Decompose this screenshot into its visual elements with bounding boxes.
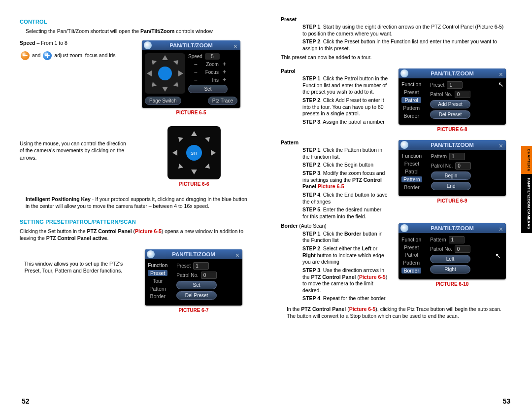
col-function: Function [148, 262, 167, 268]
list-item[interactable]: Border [401, 113, 421, 119]
focus-plus[interactable]: + [221, 68, 228, 75]
text-bold: PTZ Control Panel active [46, 235, 107, 241]
end-button[interactable]: End [431, 182, 471, 190]
step-label: STEP 1 [302, 231, 320, 237]
zoom-plus[interactable]: + [221, 61, 228, 68]
ptz-title: PAN/TILT/ZOOM [169, 42, 213, 48]
ptz-titlebar: PAN/TILT/ZOOM × [399, 140, 506, 150]
ptz-trace-button[interactable]: Ptz Trace [208, 97, 237, 105]
text: adjust zoom, focus and iris [54, 52, 115, 58]
function-list: Function Preset Patrol Pattern Border [401, 81, 425, 119]
step-label: STEP 3 [302, 267, 320, 273]
chapter-number: CHAPTER 6 [521, 146, 532, 174]
left-button[interactable]: Left [430, 255, 470, 263]
set-button[interactable]: Set [176, 281, 216, 289]
ptz-logo-icon [400, 141, 408, 149]
text: . Select either the [320, 245, 362, 251]
col-function: Function [401, 81, 421, 87]
figure-6-8: PAN/TILT/ZOOM × Function Preset Patrol P… [397, 68, 507, 136]
patrol-input[interactable]: 0 [455, 162, 471, 170]
zoom-minus[interactable]: – [188, 61, 203, 68]
step: STEP 1. Start by using the eight directi… [302, 24, 507, 37]
list-item[interactable]: Preset [401, 161, 422, 167]
list-item[interactable]: Border [401, 268, 421, 274]
label-pattern: Pattern [430, 237, 446, 242]
list-item[interactable]: Preset [401, 244, 421, 250]
svg-marker-7 [152, 82, 157, 87]
step: STEP 3. Modify the zoom focus and iris s… [302, 170, 388, 190]
list-item[interactable]: Pattern [148, 286, 167, 292]
list-item[interactable]: Preset [401, 89, 421, 95]
close-icon[interactable]: × [499, 225, 503, 233]
close-icon[interactable]: × [499, 70, 503, 78]
plus-icon [43, 51, 52, 60]
del-preset-button[interactable]: Del Preset [430, 110, 470, 119]
close-icon[interactable]: × [233, 42, 237, 50]
svg-marker-17 [178, 164, 183, 169]
ptz-title: PAN/TILT/ZOOM [431, 142, 474, 148]
list-item[interactable]: Border [148, 293, 167, 299]
label-patrol: Patrol No. [430, 92, 452, 97]
close-icon[interactable]: × [235, 251, 239, 259]
list-item[interactable]: Patrol [401, 252, 421, 258]
text-bold: PTZ Control Panel [311, 274, 356, 280]
list-item[interactable]: Pattern [401, 105, 421, 111]
direction-pad[interactable] [145, 53, 185, 94]
caption-6-6: PICTURE 6-6 [137, 181, 251, 187]
step: STEP 3. Assign the patrol a number [302, 119, 388, 126]
step-label: STEP 3 [302, 170, 320, 176]
add-preset-button[interactable]: Add Preset [430, 100, 470, 108]
function-list: Function Preset Patrol Pattern Border [401, 153, 426, 190]
figure-6-6: SIT PICTURE 6-6 [137, 126, 251, 191]
list-item[interactable]: Pattern [401, 260, 421, 266]
text: . Click the Preset button in the Functio… [302, 38, 497, 51]
sit-pad[interactable]: SIT [167, 126, 221, 179]
del-preset-button[interactable]: Del Preset [176, 291, 216, 300]
begin-button[interactable]: Begin [431, 171, 471, 180]
text: . Assign the patrol a number [320, 119, 385, 125]
label-zoom: Zoom [205, 62, 220, 67]
minus-icon [21, 51, 30, 60]
text: . Repeat for the other border. [320, 295, 387, 301]
svg-marker-3 [147, 70, 152, 76]
patrol-input[interactable]: 0 [455, 91, 470, 98]
label-iris: Iris [205, 77, 220, 83]
figure-6-7: PAN/TILT/ZOOM × Function Preset Tour Pat… [136, 249, 251, 317]
value-speed[interactable]: 5 [205, 53, 220, 60]
set-button[interactable]: Set [188, 85, 228, 93]
list-item[interactable]: Patrol [401, 169, 422, 174]
text: . Start by using the eight direction arr… [302, 24, 503, 36]
caption-6-8: PICTURE 6-8 [397, 127, 507, 132]
list-item[interactable]: Tour [148, 278, 167, 284]
list-item[interactable]: Border [401, 184, 422, 190]
right-button[interactable]: Right [430, 265, 470, 274]
focus-minus[interactable]: – [188, 68, 203, 75]
patrol-input[interactable]: 0 [201, 272, 217, 279]
step-label: STEP 3 [302, 119, 320, 125]
heading-patrol: Patrol [281, 68, 388, 74]
iris-minus[interactable]: – [188, 76, 203, 83]
preset-note: This preset can now be added to a tour. [281, 54, 507, 61]
close-icon[interactable]: × [499, 142, 503, 150]
step: STEP 1. Click the Pattern button in the … [302, 147, 388, 160]
page-switch-button[interactable]: Page Switch [145, 97, 181, 105]
pattern-input[interactable]: 1 [449, 236, 465, 243]
list-item[interactable]: Patrol [401, 97, 421, 103]
heading-border: Border (Auto Scan) [281, 222, 388, 229]
ptz-title: PAN/TILT/ZOOM [172, 251, 215, 257]
step: STEP 1. Click the Patrol button in the F… [302, 75, 388, 96]
patrol-input[interactable]: 0 [455, 245, 470, 253]
text: Selecting the Pan/Tilt/Zoom shortcut wil… [26, 28, 140, 34]
preset-input[interactable]: 1 [447, 81, 463, 89]
caption-6-7: PICTURE 6-7 [136, 308, 251, 313]
pattern-input[interactable]: 1 [449, 153, 465, 160]
preset-input[interactable]: 1 [193, 262, 209, 270]
svg-marker-15 [178, 137, 183, 142]
iris-plus[interactable]: + [221, 76, 228, 83]
list-item[interactable]: Preset [148, 270, 167, 276]
text-bold: PTZ Control Panel [301, 306, 346, 312]
label-patrol: Patrol No. [430, 246, 452, 252]
list-item[interactable]: Pattern [401, 176, 422, 182]
svg-point-0 [158, 67, 172, 80]
text-bold: Left [362, 245, 371, 251]
